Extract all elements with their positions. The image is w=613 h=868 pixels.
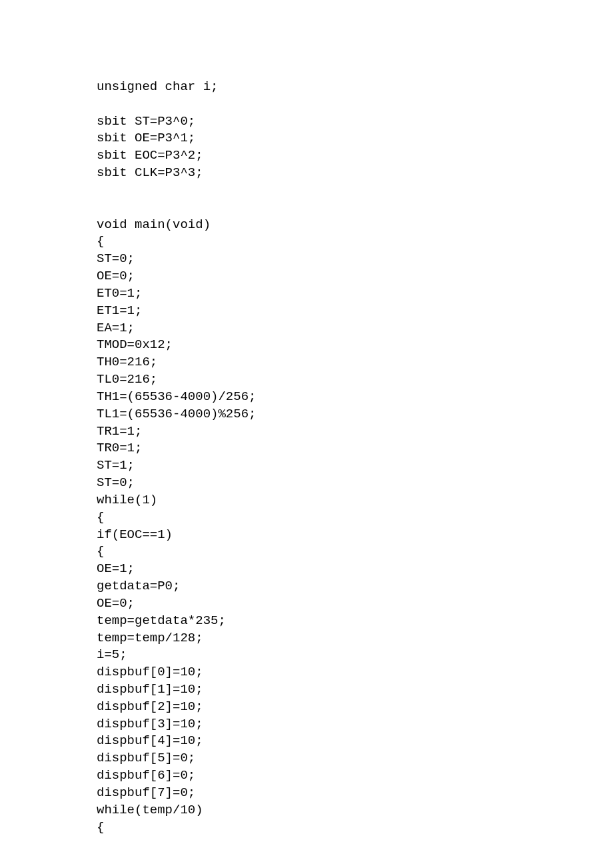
document-page: unsigned char i;sbit ST=P3^0;sbit OE=P3^… xyxy=(0,0,613,836)
code-line: TH1=(65536-4000)/256; xyxy=(97,389,613,406)
code-line xyxy=(97,96,613,113)
code-line: ET1=1; xyxy=(97,303,613,320)
code-line: TMOD=0x12; xyxy=(97,337,613,354)
code-line: OE=1; xyxy=(97,561,613,578)
code-line xyxy=(97,199,613,217)
code-block: unsigned char i;sbit ST=P3^0;sbit OE=P3^… xyxy=(97,79,613,836)
code-line: dispbuf[4]=10; xyxy=(97,733,613,750)
code-line: while(temp/10) xyxy=(97,802,613,819)
code-line: void main(void) xyxy=(97,217,613,234)
code-line: dispbuf[5]=0; xyxy=(97,750,613,767)
code-line: TR0=1; xyxy=(97,440,613,457)
code-line: TL1=(65536-4000)%256; xyxy=(97,406,613,423)
code-line: sbit CLK=P3^3; xyxy=(97,165,613,182)
code-line: ST=0; xyxy=(97,475,613,492)
code-line: dispbuf[7]=0; xyxy=(97,785,613,802)
code-line: OE=0; xyxy=(97,268,613,285)
code-line: while(1) xyxy=(97,492,613,509)
code-line: TR1=1; xyxy=(97,423,613,441)
code-line: unsigned char i; xyxy=(97,79,613,96)
code-line: OE=0; xyxy=(97,595,613,613)
code-line: dispbuf[1]=10; xyxy=(97,681,613,699)
code-line: ST=1; xyxy=(97,457,613,475)
code-line: i=5; xyxy=(97,647,613,664)
code-line: ET0=1; xyxy=(97,285,613,303)
code-line: { xyxy=(97,233,613,251)
code-line: { xyxy=(97,509,613,527)
code-line: dispbuf[3]=10; xyxy=(97,716,613,733)
code-line: { xyxy=(97,543,613,561)
code-line: temp=temp/128; xyxy=(97,630,613,647)
code-line: TL0=216; xyxy=(97,371,613,389)
code-line: dispbuf[6]=0; xyxy=(97,767,613,785)
code-line: sbit OE=P3^1; xyxy=(97,130,613,147)
code-line: getdata=P0; xyxy=(97,578,613,595)
code-line: sbit ST=P3^0; xyxy=(97,113,613,131)
code-line: dispbuf[2]=10; xyxy=(97,699,613,716)
code-line: if(EOC==1) xyxy=(97,527,613,544)
code-line xyxy=(97,182,613,199)
code-line: sbit EOC=P3^2; xyxy=(97,147,613,165)
code-line: { xyxy=(97,819,613,837)
code-line: temp=getdata*235; xyxy=(97,613,613,630)
code-line: EA=1; xyxy=(97,320,613,337)
code-line: dispbuf[0]=10; xyxy=(97,664,613,681)
code-line: ST=0; xyxy=(97,251,613,268)
code-line: TH0=216; xyxy=(97,354,613,371)
